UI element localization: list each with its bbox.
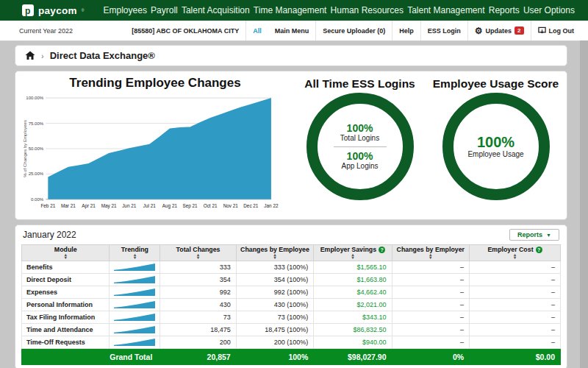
svg-text:Dec 21: Dec 21 [243,203,259,208]
changes-by-employee-cell: 73 (100%) [236,311,314,324]
company-selector[interactable]: [85580] ABC OF OKLAHOMA CITY [125,21,245,40]
page-scrollbar[interactable] [580,40,588,368]
trend-sparkline [114,287,155,297]
column-header-changes-by-employee[interactable]: Changes by Employee▴▾ [236,245,314,261]
employer-savings-cell: $343.10 [314,311,392,324]
changes-by-employee-cell: 333 (100%) [236,261,314,274]
svg-text:% of Changes by Employees: % of Changes by Employees [23,120,27,177]
app-logins-label: App Logins [341,162,378,171]
paycom-logo[interactable]: p paycom ® [22,4,85,16]
sort-icon[interactable]: ▴▾ [111,253,158,259]
trend-sparkline [114,312,155,322]
table-body: Benefits333333 (100%)$1,565.10––Direct D… [22,261,561,349]
all-link[interactable]: All [245,21,268,40]
grand-total-savings: $98,027.90 [314,349,392,365]
chevron-down-icon: ▼ [546,233,551,238]
total-changes-cell: 333 [160,261,236,274]
employee-usage-percent: 100% [477,135,514,150]
nav-item-time-management[interactable]: Time Management [254,5,327,15]
updates-label: Updates [486,27,512,35]
sort-icon[interactable]: ▴▾ [315,253,390,259]
trending-cell [110,261,160,274]
table-row[interactable]: Tax Filing Information7373 (100%)$343.10… [22,311,561,324]
employer-cost-cell: – [470,286,561,299]
ess-logins-title: All Time ESS Logins [292,77,428,91]
home-icon[interactable] [25,51,35,60]
trend-sparkline [114,300,155,309]
info-icon[interactable]: ? [379,247,385,253]
column-header-trending[interactable]: Trending▴▾ [110,245,160,261]
top-nav: p paycom ® EmployeesPayrollTalent Acquis… [0,0,588,21]
nav-item-talent-management[interactable]: Talent Management [407,5,484,15]
table-row[interactable]: Benefits333333 (100%)$1,565.10–– [22,261,561,274]
employer-savings-cell: $2,021.00 [314,299,392,311]
grand-total-label: Grand Total [22,349,160,365]
total-changes-cell: 73 [160,311,236,324]
changes-by-employer-cell: – [392,286,470,299]
reports-dropdown-button[interactable]: Reports ▼ [509,229,559,241]
column-label: Employer Savings [320,246,376,253]
module-cell: Expenses [22,286,110,299]
employer-cost-cell: – [470,336,561,349]
nav-item-reports[interactable]: Reports [489,5,520,15]
brand-registered-mark: ® [82,8,85,13]
nav-item-user-options[interactable]: User Options [523,5,575,15]
sort-icon[interactable]: ▴▾ [24,253,107,259]
module-cell: Personal Information [22,299,110,311]
utility-link-secure-uploader-0[interactable]: Secure Uploader (0) [315,21,392,40]
sort-icon[interactable]: ▴▾ [394,253,468,259]
column-header-module[interactable]: Module▴▾ [22,245,110,261]
usage-score-block: Employee Usage Score 100% Employee Usage [428,74,564,219]
nav-item-employees[interactable]: Employees [104,5,147,15]
column-header-employer-savings[interactable]: Employer Savings?▴▾ [314,245,392,261]
changes-by-employer-cell: – [392,274,470,286]
logout-label: Log Out [549,27,575,35]
page-title: Direct Data Exchange® [50,50,155,61]
nav-item-human-resources[interactable]: Human Resources [331,5,404,15]
breadcrumb: › Direct Data Exchange® [15,45,567,66]
grand-total-by-employee: 100% [236,349,314,365]
table-row[interactable]: Expenses992992 (100%)$4,662.40–– [22,286,561,299]
sort-icon[interactable]: ▴▾ [162,253,234,259]
sort-icon[interactable]: ▴▾ [471,253,559,259]
nav-item-payroll[interactable]: Payroll [151,5,178,15]
utility-link-main-menu[interactable]: Main Menu [268,21,316,40]
employer-cost-cell: – [470,324,561,336]
employer-savings-cell: $1,663.80 [314,274,392,286]
table-row[interactable]: Personal Information430430 (100%)$2,021.… [22,299,561,311]
svg-text:Jun 21: Jun 21 [122,203,137,208]
table-row[interactable]: Direct Deposit354354 (100%)$1,663.80–– [22,274,561,286]
employer-cost-cell: – [470,311,561,324]
table-row[interactable]: Time-Off Requests200200 (100%)$940.00–– [22,336,561,349]
logout-button[interactable]: Log Out [531,21,581,40]
trending-cell [110,274,160,286]
nav-item-talent-acquisition[interactable]: Talent Acquisition [182,5,250,15]
trending-area-chart: 0.00%25.00%50.00%75.00%100.00%Feb 21Mar … [18,91,286,214]
donut-divider [334,146,387,147]
total-changes-cell: 430 [160,299,236,311]
column-label: Employer Cost [487,246,533,253]
module-cell: Time-Off Requests [22,336,110,349]
changes-by-employee-cell: 18,475 (100%) [236,324,314,336]
column-header-changes-by-employer[interactable]: Changes by Employer▴▾ [392,245,470,261]
column-header-employer-cost[interactable]: Employer Cost?▴▾ [470,245,561,261]
grand-total-by-employer: 0% [392,349,470,365]
trend-sparkline [114,337,155,347]
utility-link-ess-login[interactable]: ESS Login [420,21,467,40]
column-header-total-changes[interactable]: Total Changes▴▾ [160,245,236,261]
sort-icon[interactable]: ▴▾ [238,253,312,259]
changes-by-employer-cell: – [392,311,470,324]
svg-text:p: p [25,6,30,16]
changes-by-employee-cell: 992 (100%) [236,286,314,299]
info-icon[interactable]: ? [536,247,542,253]
module-table-panel: January 2022 Reports ▼ Module▴▾Trending▴… [15,224,567,368]
grand-total-changes: 20,857 [160,349,236,365]
updates-button[interactable]: ⚙ Updates 2 [467,21,531,40]
employer-savings-cell: $940.00 [314,336,392,349]
employer-cost-cell: – [470,299,561,311]
utility-link-help[interactable]: Help [392,21,420,40]
table-row[interactable]: Time and Attendance18,47518,475 (100%)$8… [22,324,561,336]
svg-text:25.00%: 25.00% [29,171,44,176]
changes-by-employer-cell: – [392,261,470,274]
reports-button-label: Reports [517,231,542,238]
